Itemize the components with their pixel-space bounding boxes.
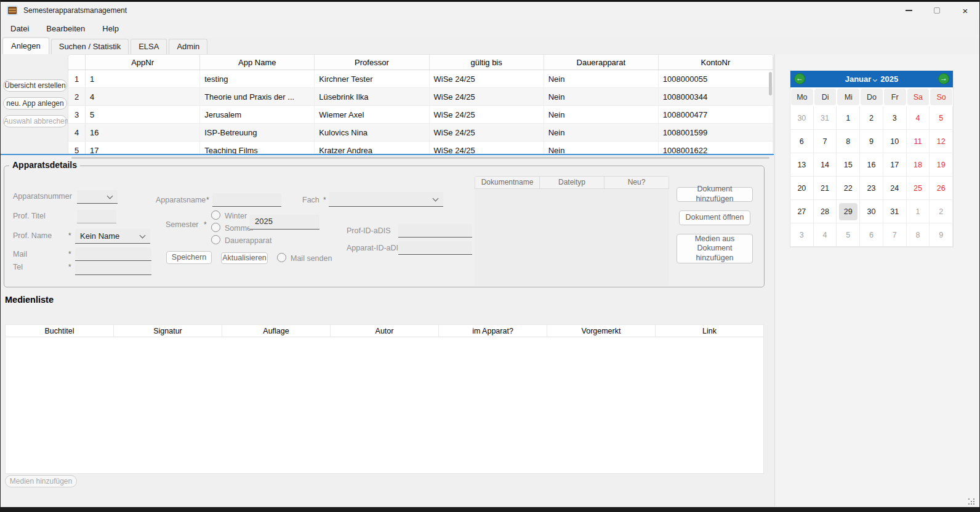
calendar-day-cell[interactable]: 24 [883, 177, 907, 200]
resize-grip[interactable] [968, 498, 976, 506]
calendar-day-cell[interactable]: 7 [814, 130, 837, 153]
apps-table-row[interactable]: 24Theorie und Praxis der ...Lüsebrink Il… [68, 88, 773, 106]
winter-radio[interactable] [211, 210, 220, 220]
menu-bearbeiten[interactable]: Bearbeiten [38, 20, 94, 37]
medien-column-header[interactable]: Link [656, 325, 763, 337]
calendar-month-year[interactable]: Januar 2025 [845, 74, 899, 84]
calendar-day-cell[interactable]: 17 [883, 153, 907, 177]
calendar-day-cell[interactable]: 19 [930, 153, 953, 177]
apparat-id-adis-input[interactable] [398, 241, 472, 255]
medien-column-header[interactable]: Auflage [222, 325, 331, 337]
calendar-day-cell[interactable]: 27 [790, 200, 814, 223]
apps-column-header[interactable]: Dauerapparat [544, 55, 659, 70]
calendar-day-cell[interactable]: 10 [883, 130, 907, 153]
semester-year-input[interactable]: 2025 [249, 215, 319, 230]
medien-aus-dokument-button[interactable]: Medien aus Dokument hinzufügen [677, 234, 753, 263]
calendar-day-cell[interactable]: 23 [860, 177, 883, 200]
apparatsname-input[interactable] [212, 193, 281, 207]
medien-hinzufuegen-button[interactable]: Medien hinzufügen [5, 475, 77, 487]
neu-app-anlegen-button[interactable]: neu. App anlegen [3, 97, 67, 110]
calendar-day-cell[interactable]: 11 [907, 130, 930, 153]
calendar-day-cell[interactable]: 4 [814, 223, 837, 247]
calendar-day-cell[interactable]: 15 [837, 153, 860, 177]
prof-id-adis-input[interactable] [398, 224, 472, 238]
apps-table-row[interactable]: 517Teaching FilmsKratzer AndreaWiSe 24/2… [68, 142, 773, 155]
calendar-day-cell[interactable]: 12 [930, 130, 953, 153]
menu-help[interactable]: Help [94, 20, 127, 37]
close-button[interactable]: × [951, 2, 979, 19]
maximize-button[interactable] [923, 2, 951, 19]
tab-anlegen[interactable]: Anlegen [2, 38, 49, 54]
calendar-day-cell[interactable]: 26 [930, 177, 953, 200]
fach-combobox[interactable] [329, 192, 443, 207]
minimize-button[interactable] [894, 2, 923, 19]
apps-table-row[interactable]: 11testingKirchner TesterWiSe 24/25Nein10… [68, 70, 773, 88]
calendar-day-cell[interactable]: 1 [907, 200, 930, 223]
prof-titel-input[interactable] [77, 210, 116, 223]
calendar-day-cell[interactable]: 2 [930, 200, 953, 223]
apps-table-row[interactable]: 416ISP-BetreuungKulovics NinaWiSe 24/25N… [68, 124, 773, 142]
medien-column-header[interactable]: Autor [331, 325, 439, 337]
calendar-day-cell[interactable]: 7 [883, 223, 907, 247]
calendar-day-cell[interactable]: 14 [814, 153, 837, 177]
calendar-day-cell[interactable]: 2 [860, 106, 883, 130]
calendar-day-cell[interactable]: 3 [883, 106, 907, 130]
aktualisieren-button[interactable]: Aktualisieren [221, 252, 268, 264]
calendar-day-cell[interactable]: 1 [837, 106, 860, 130]
apps-column-header[interactable]: Professor [315, 55, 429, 70]
calendar-next-month-icon[interactable]: → [938, 73, 949, 84]
calendar-day-cell[interactable]: 30 [860, 200, 883, 223]
medien-column-header[interactable]: Buchtitel [6, 325, 114, 337]
apps-column-header[interactable]: gültig bis [430, 55, 544, 70]
calendar-day-cell[interactable]: 28 [814, 200, 837, 223]
apps-column-header[interactable]: App Name [200, 55, 315, 70]
calendar-day-cell[interactable]: 5 [930, 106, 953, 130]
calendar-day-cell[interactable]: 31 [883, 200, 907, 223]
prof-name-combobox[interactable]: Kein Name [75, 229, 150, 244]
apps-table-horizontal-scrollbar[interactable] [71, 157, 769, 159]
mail-senden-checkbox[interactable] [277, 253, 286, 262]
medien-column-header[interactable]: Vorgemerkt [547, 325, 656, 337]
calendar-day-cell[interactable]: 3 [790, 223, 814, 247]
calendar-day-cell[interactable]: 6 [790, 130, 814, 153]
tab-admin[interactable]: Admin [169, 39, 207, 54]
menu-datei[interactable]: Datei [2, 20, 38, 37]
calendar-day-cell[interactable]: 30 [790, 106, 814, 130]
calendar-day-cell[interactable]: 18 [907, 153, 930, 177]
calendar-day-cell[interactable]: 8 [907, 223, 930, 247]
speichern-button[interactable]: Speichern [166, 251, 212, 264]
calendar-day-cell[interactable]: 8 [837, 130, 860, 153]
apps-column-header[interactable]: KontoNr [659, 55, 773, 70]
mail-input[interactable] [75, 247, 151, 261]
calendar-day-cell[interactable]: 22 [837, 177, 860, 200]
tab-elsa[interactable]: ELSA [131, 39, 167, 54]
medien-column-header[interactable]: Signatur [114, 325, 222, 337]
calendar-day-cell[interactable]: 13 [790, 153, 814, 177]
calendar-day-cell[interactable]: 25 [907, 177, 930, 200]
calendar-day-cell[interactable]: 31 [814, 106, 837, 130]
calendar-day-cell[interactable]: 9 [860, 130, 883, 153]
calendar-day-cell[interactable]: 4 [907, 106, 930, 130]
apparatsnummer-combobox[interactable] [77, 190, 118, 204]
tab-suchen-statistik[interactable]: Suchen / Statistik [51, 39, 129, 54]
calendar-day-cell[interactable]: 9 [930, 223, 953, 247]
dokument-hinzufuegen-button[interactable]: Dokument hinzufügen [677, 187, 753, 202]
calendar-day-cell[interactable]: 6 [860, 223, 883, 247]
apps-column-header[interactable]: AppNr [86, 55, 200, 70]
apps-table-row[interactable]: 35JerusalemWiemer AxelWiSe 24/25Nein1008… [68, 106, 773, 124]
dokument-oeffnen-button[interactable]: Dokument öffnen [679, 210, 750, 225]
uebersicht-erstellen-button[interactable]: Übersicht erstellen [3, 79, 67, 92]
apps-table-vertical-scrollbar[interactable] [769, 72, 772, 95]
calendar-day-cell[interactable]: 16 [860, 153, 883, 177]
calendar-day-cell[interactable]: 5 [837, 223, 860, 247]
calendar-day-cell[interactable]: 20 [790, 177, 814, 200]
documents-column-header[interactable]: Neu? [604, 176, 669, 189]
documents-column-header[interactable]: Dateityp [540, 176, 604, 189]
tel-input[interactable] [75, 262, 151, 275]
calendar-day-cell[interactable]: 21 [814, 177, 837, 200]
calendar-prev-month-icon[interactable]: ← [794, 73, 805, 84]
dauerapparat-radio[interactable] [211, 235, 220, 244]
calendar-day-cell[interactable]: 29 [837, 200, 860, 223]
auswahl-abbrechen-button[interactable]: Auswahl abbrechen [3, 115, 67, 127]
sommer-radio[interactable] [211, 223, 220, 232]
